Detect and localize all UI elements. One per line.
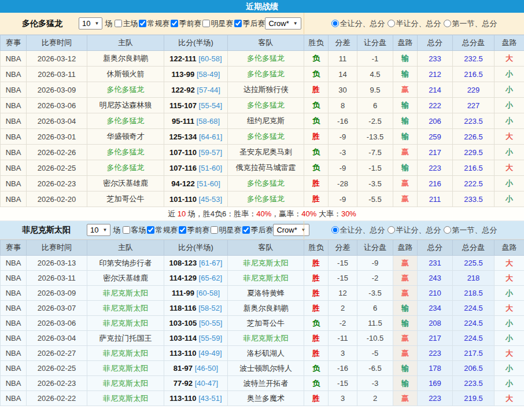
checkbox-input[interactable] <box>179 226 186 234</box>
home-team-cell: 多伦多猛龙 <box>87 113 164 129</box>
total-points: 210 <box>429 289 441 297</box>
radio-input[interactable] <box>388 20 395 27</box>
col-header-totline: 总分盘 <box>453 35 495 51</box>
result-text: 胜 <box>312 289 320 297</box>
checkbox-input[interactable] <box>115 20 122 27</box>
total-line-cell: 223.5 <box>453 376 495 391</box>
total-line-cell: 224.5 <box>453 331 495 346</box>
league-cell: NBA <box>1 376 27 391</box>
away-team-cell: 洛杉矶湖人 <box>228 346 304 361</box>
handicap-line-cell: -9 <box>357 256 393 271</box>
checkbox-input[interactable] <box>211 226 218 234</box>
league-cell: NBA <box>1 51 27 67</box>
checkbox-input[interactable] <box>202 20 210 27</box>
score-cell: 77-92 [40-47] <box>164 376 228 391</box>
filter-checkbox-季后赛[interactable]: 季后赛 <box>234 19 265 29</box>
filter-radio-1[interactable]: 全让分、总分 <box>331 225 385 235</box>
home-team-name: 密尔沃基雄鹿 <box>103 274 148 282</box>
handicap-result-text: 赢 <box>401 194 409 203</box>
checkbox-input[interactable] <box>123 226 130 234</box>
checkbox-input[interactable] <box>171 20 178 27</box>
full-score: 122-111 <box>169 54 196 63</box>
radio-input[interactable] <box>444 20 451 27</box>
filter-radio-3[interactable]: 第一节、总分 <box>444 19 497 29</box>
date-cell: 2026-03-06 <box>27 98 87 113</box>
total-points: 222 <box>429 101 441 110</box>
handicap-result-text: 输 <box>401 163 409 172</box>
col-header-res: 胜负 <box>304 240 329 256</box>
games-count-select[interactable]: 10▼ <box>79 17 102 30</box>
radio-input[interactable] <box>388 226 395 234</box>
away-team-cell: 奥兰多魔术 <box>228 391 304 406</box>
filter-checkbox-明星赛[interactable]: 明星赛 <box>211 225 241 235</box>
checkbox-input[interactable] <box>242 226 250 234</box>
results-table: 赛事比赛时间主队比分(半场)客队胜负分差让分盘盘路总分总分盘盘路NBA2026-… <box>0 240 524 406</box>
filter-checkbox-季前赛[interactable]: 季前赛 <box>171 19 201 29</box>
radio-input[interactable] <box>331 226 339 234</box>
total-points: 208 <box>429 319 441 327</box>
filter-checkbox-主场[interactable]: 主场 <box>115 19 138 29</box>
table-row: NBA2026-03-06明尼苏达森林狼115-107 [55-54]多伦多猛龙… <box>1 98 524 113</box>
table-row: NBA2026-02-25菲尼克斯太阳81-97 [46-50]波士顿凯尔特人负… <box>1 361 524 376</box>
table-row: NBA2026-03-01华盛顿奇才125-134 [64-61]多伦多猛龙胜-… <box>1 129 524 145</box>
total-line-cell: 222.5 <box>453 176 495 191</box>
total-line: 233.5 <box>464 195 483 204</box>
checkbox-input[interactable] <box>147 226 154 234</box>
half-score: [61-67] <box>199 259 222 267</box>
result-text: 胜 <box>312 304 320 312</box>
checkbox-input[interactable] <box>139 20 146 27</box>
total-line: 217.5 <box>464 349 483 358</box>
checkbox-label: 明星赛 <box>219 225 241 235</box>
half-score: [55-54] <box>199 101 222 110</box>
result-text: 负 <box>312 116 320 125</box>
over-under-cell: 小 <box>495 331 524 346</box>
summary-text: 大率： <box>316 209 341 218</box>
handicap-result-cell: 输 <box>393 376 418 391</box>
checkbox-input[interactable] <box>234 20 242 27</box>
league-cell: NBA <box>1 98 27 113</box>
over-under-text: 大 <box>505 349 513 358</box>
games-count-select-value: 10 <box>90 226 98 234</box>
source-select[interactable]: Crow*▼ <box>265 17 301 30</box>
radio-input[interactable] <box>444 226 451 234</box>
col-header-ou: 盘路 <box>495 240 524 256</box>
handicap-result-cell: 输 <box>393 129 418 145</box>
handicap-result-cell: 输 <box>393 316 418 331</box>
filter-checkbox-季后赛[interactable]: 季后赛 <box>242 225 273 235</box>
point-diff-cell: -9 <box>329 129 357 145</box>
col-header-diff: 分差 <box>329 240 357 256</box>
filter-radio-2[interactable]: 半让分、总分 <box>388 225 441 235</box>
home-team-cell: 新奥尔良鹈鹕 <box>87 51 164 67</box>
handicap-line-cell: -5.5 <box>357 191 393 207</box>
filter-checkbox-明星赛[interactable]: 明星赛 <box>202 19 233 29</box>
total-line: 224.5 <box>464 334 483 342</box>
table-row: NBA2026-03-11休斯顿火箭113-99 [58-49]多伦多猛龙负14… <box>1 67 524 82</box>
games-count-select[interactable]: 10▼ <box>87 224 110 236</box>
team-name: 菲尼克斯太阳 <box>22 225 71 235</box>
result-cell: 负 <box>304 67 329 82</box>
point-diff-cell: 11 <box>329 51 357 67</box>
radio-input[interactable] <box>331 20 339 27</box>
filter-checkbox-季前赛[interactable]: 季前赛 <box>179 225 209 235</box>
result-text: 负 <box>312 148 320 156</box>
filter-radio-3[interactable]: 第一节、总分 <box>444 225 497 235</box>
handicap-result-cell: 赢 <box>393 145 418 160</box>
handicap-line-cell: -2 <box>357 271 393 286</box>
score-cell: 94-122 [51-60] <box>164 176 228 191</box>
filter-checkbox-常规赛[interactable]: 常规赛 <box>139 19 169 29</box>
over-under-text: 大 <box>505 259 513 267</box>
handicap-result-cell: 赢 <box>393 286 418 301</box>
handicap-result-text: 赢 <box>401 289 409 297</box>
home-team-cell: 菲尼克斯太阳 <box>87 301 164 316</box>
home-team-cell: 芝加哥公牛 <box>87 191 164 207</box>
full-score: 107-116 <box>169 164 197 172</box>
filter-checkbox-常规赛[interactable]: 常规赛 <box>147 225 178 235</box>
sections-root: 多伦多猛龙10▼场主场常规赛季前赛明星赛季后赛Crow*▼全让分、总分半让分、总… <box>0 13 524 406</box>
handicap-line-cell: -3.5 <box>357 286 393 301</box>
filter-radio-2[interactable]: 半让分、总分 <box>388 19 441 29</box>
result-cell: 胜 <box>304 256 329 271</box>
table-row: NBA2026-03-07菲尼克斯太阳118-116 [58-52]新奥尔良鹈鹕… <box>1 301 524 316</box>
filter-checkbox-客场[interactable]: 客场 <box>123 225 146 235</box>
table-row: NBA2026-02-27菲尼克斯太阳113-110 [49-49]洛杉矶湖人胜… <box>1 346 524 361</box>
filter-radio-1[interactable]: 全让分、总分 <box>331 19 385 29</box>
